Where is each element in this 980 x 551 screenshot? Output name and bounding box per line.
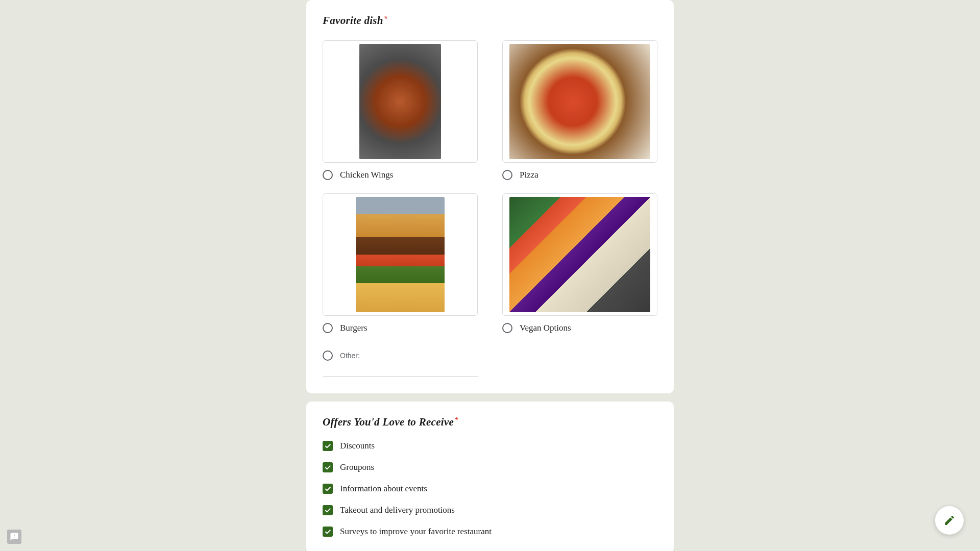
vegan-image [509, 197, 650, 312]
option-image-burgers[interactable] [323, 193, 478, 316]
option-image-vegan[interactable] [502, 193, 657, 316]
checkbox-surveys[interactable]: Surveys to improve your favorite restaur… [323, 527, 657, 537]
option-image-chicken-wings[interactable] [323, 40, 478, 163]
burger-image [356, 197, 445, 312]
other-text-input[interactable] [323, 363, 478, 377]
options-grid: Chicken Wings Pizza Bu [323, 40, 657, 377]
checkbox-discounts[interactable]: Discounts [323, 441, 657, 451]
checkbox-list: Discounts Groupons Information about eve… [323, 441, 657, 537]
radio-pizza[interactable]: Pizza [502, 170, 657, 180]
radio-icon [323, 170, 333, 180]
checkbox-takeout-delivery[interactable]: Takeout and delivery promotions [323, 505, 657, 515]
pizza-image [509, 44, 650, 159]
radio-chicken-wings[interactable]: Chicken Wings [323, 170, 478, 180]
radio-icon [323, 350, 333, 361]
edit-form-button[interactable] [935, 506, 964, 535]
required-asterisk: * [455, 416, 458, 425]
checkbox-checked-icon [323, 441, 333, 451]
chicken-wings-image [359, 44, 441, 159]
radio-burgers[interactable]: Burgers [323, 323, 478, 333]
checkbox-checked-icon [323, 462, 333, 472]
checkbox-groupons[interactable]: Groupons [323, 462, 657, 472]
radio-vegan[interactable]: Vegan Options [502, 323, 657, 333]
question-title-row: Offers You'd Love to Receive* [323, 416, 657, 429]
question-title: Offers You'd Love to Receive [323, 416, 454, 428]
question-title: Favorite dish [323, 14, 383, 27]
question-card-offers: Offers You'd Love to Receive* Discounts … [306, 402, 674, 551]
checkbox-checked-icon [323, 505, 333, 515]
required-asterisk: * [384, 14, 388, 24]
option-burgers: Burgers [323, 193, 478, 333]
checkbox-label: Surveys to improve your favorite restaur… [340, 527, 492, 537]
checkbox-label: Groupons [340, 462, 374, 472]
report-problem-button[interactable] [7, 530, 21, 544]
feedback-icon [10, 532, 19, 541]
radio-icon [323, 323, 333, 333]
option-vegan: Vegan Options [502, 193, 657, 333]
radio-other[interactable]: Other: [323, 350, 478, 361]
option-pizza: Pizza [502, 40, 657, 180]
option-other: Other: [323, 346, 478, 377]
pencil-icon [943, 514, 955, 527]
option-chicken-wings: Chicken Wings [323, 40, 478, 180]
option-image-pizza[interactable] [502, 40, 657, 163]
checkbox-information-events[interactable]: Information about events [323, 484, 657, 494]
checkbox-label: Information about events [340, 484, 427, 494]
checkbox-checked-icon [323, 484, 333, 494]
other-label: Other: [340, 352, 360, 360]
radio-icon [502, 170, 512, 180]
radio-label: Pizza [520, 170, 538, 180]
question-card-favorite-dish: Favorite dish* Chicken Wings [306, 0, 674, 393]
question-title-row: Favorite dish* [323, 14, 657, 27]
checkbox-label: Takeout and delivery promotions [340, 505, 455, 515]
radio-label: Chicken Wings [340, 170, 393, 180]
radio-label: Vegan Options [520, 323, 571, 333]
checkbox-checked-icon [323, 527, 333, 537]
checkbox-label: Discounts [340, 441, 375, 451]
radio-label: Burgers [340, 323, 368, 333]
radio-icon [502, 323, 512, 333]
